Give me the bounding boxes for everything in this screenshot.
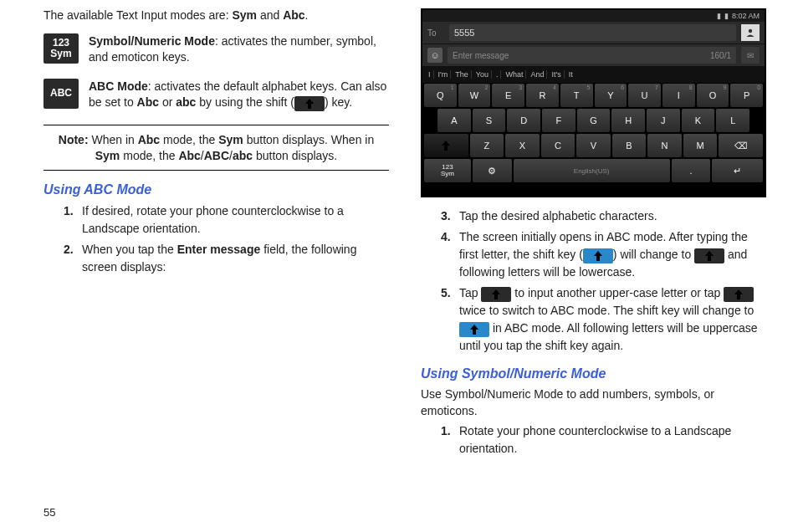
key-sym[interactable]: 123Sym: [424, 159, 471, 182]
key-m[interactable]: M: [683, 134, 718, 157]
message-field[interactable]: Enter message 160/1: [448, 47, 736, 64]
key-z[interactable]: Z: [470, 134, 504, 157]
key-i[interactable]: I8: [662, 84, 695, 107]
key-enter[interactable]: ↵: [712, 159, 763, 182]
key-d[interactable]: D: [507, 109, 540, 132]
key-c[interactable]: C: [541, 134, 575, 157]
predict-word[interactable]: .: [494, 70, 502, 79]
shift-key-icon: [724, 287, 754, 302]
list-item: 4. The screen initially opens in ABC mod…: [441, 228, 766, 281]
phone-screenshot: ▮ ▮ 8:02 AM To 5555 ☺ Enter message 160/…: [421, 8, 766, 197]
battery-icon: ▮: [724, 12, 729, 20]
key-o[interactable]: O9: [697, 84, 729, 107]
list-item: 5. Tap to input another upper-case lette…: [441, 284, 766, 355]
sym-steps: 1. Rotate your phone counterclockwise to…: [441, 422, 766, 458]
abc-mode-desc: ABC Mode: activates the default alphabet…: [89, 79, 389, 111]
key-l[interactable]: L: [716, 109, 749, 132]
key-settings[interactable]: ⚙: [473, 159, 512, 182]
shift-key-icon: [294, 96, 325, 111]
to-field[interactable]: 5555: [449, 24, 736, 41]
key-space[interactable]: English(US): [514, 159, 670, 182]
key-h[interactable]: H: [611, 109, 645, 132]
key-a[interactable]: A: [437, 109, 471, 132]
key-f[interactable]: F: [542, 109, 575, 132]
key-y[interactable]: Y6: [595, 84, 627, 107]
predict-word[interactable]: It's: [549, 70, 564, 79]
contact-icon[interactable]: [741, 24, 760, 41]
to-label: To: [427, 28, 444, 38]
keyboard-row-1: Q1 W2 E3 R4 T5 Y6 U7 I8 O9 P0: [422, 83, 765, 108]
key-e[interactable]: E3: [492, 84, 524, 107]
abc-steps: 1. If desired, rotate your phone counter…: [64, 202, 389, 276]
key-shift[interactable]: [424, 134, 468, 157]
key-p[interactable]: P0: [730, 84, 763, 107]
divider: [43, 125, 389, 125]
key-r[interactable]: R4: [526, 84, 559, 107]
list-item: 1. If desired, rotate your phone counter…: [64, 202, 389, 238]
sym-intro: Use Symbol/Numeric Mode to add numbers, …: [421, 386, 766, 419]
shift-key-icon: [694, 248, 724, 263]
list-item: 2. When you tap the Enter message field,…: [64, 241, 389, 276]
phone-status-bar: ▮ ▮ 8:02 AM: [422, 10, 765, 22]
keyboard-row-4: 123Sym ⚙ English(US) . ↵: [422, 158, 765, 183]
key-period[interactable]: .: [672, 159, 711, 182]
note-text: Note: When in Abc mode, the Sym button d…: [43, 132, 389, 164]
list-item: 1. Rotate your phone counterclockwise to…: [441, 422, 766, 458]
key-u[interactable]: U7: [628, 84, 661, 107]
sym-section-heading: Using Symbol/Numeric Mode: [421, 366, 766, 381]
divider: [43, 170, 389, 171]
signal-icon: ▮: [717, 12, 721, 20]
key-w[interactable]: W2: [458, 84, 491, 107]
sym-mode-desc: Symbol/Numeric Mode: activates the numbe…: [89, 33, 389, 65]
page-number: 55: [43, 506, 55, 519]
predict-word[interactable]: The: [453, 70, 472, 79]
predict-word[interactable]: What: [503, 70, 526, 79]
phone-message-row: ☺ Enter message 160/1 ✉: [422, 44, 765, 66]
shift-key-blue-icon: [459, 322, 489, 337]
list-item: 3. Tap the desired alphabetic characters…: [441, 207, 766, 225]
clock-text: 8:02 AM: [732, 12, 760, 20]
left-column: The available Text Input modes are: Sym …: [43, 8, 389, 524]
key-k[interactable]: K: [682, 109, 715, 132]
send-icon[interactable]: ✉: [741, 47, 760, 64]
intro-text: The available Text Input modes are: Sym …: [43, 8, 389, 22]
keyboard-row-3: Z X C V B N M ⌫: [422, 133, 765, 158]
abc-key-icon: ABC: [43, 79, 79, 109]
emoticon-icon[interactable]: ☺: [427, 48, 442, 63]
predict-word[interactable]: I'm: [436, 70, 452, 79]
mode-abc-row: ABC ABC Mode: activates the default alph…: [43, 79, 389, 111]
key-x[interactable]: X: [505, 134, 540, 157]
key-s[interactable]: S: [473, 109, 506, 132]
predict-word[interactable]: I: [426, 70, 434, 79]
shift-key-icon: [481, 287, 511, 302]
mode-sym-row: 123 Sym Symbol/Numeric Mode: activates t…: [43, 33, 389, 65]
sym-key-icon: 123 Sym: [43, 33, 79, 64]
key-v[interactable]: V: [576, 134, 611, 157]
predictive-row: I I'm The You . What And It's It: [422, 66, 765, 83]
key-n[interactable]: N: [647, 134, 682, 157]
key-b[interactable]: B: [612, 134, 647, 157]
key-j[interactable]: J: [647, 109, 680, 132]
key-q[interactable]: Q1: [424, 84, 457, 107]
keyboard-row-2: A S D F G H J K L: [422, 108, 765, 133]
key-g[interactable]: G: [577, 109, 611, 132]
shift-key-blue-icon: [583, 248, 613, 263]
abc-section-heading: Using ABC Mode: [43, 182, 389, 197]
predict-word[interactable]: And: [528, 70, 547, 79]
key-t[interactable]: T5: [560, 84, 593, 107]
predict-word[interactable]: You: [473, 70, 492, 79]
phone-to-row: To 5555: [422, 22, 765, 44]
predict-word[interactable]: It: [566, 70, 575, 79]
key-backspace[interactable]: ⌫: [719, 134, 763, 157]
char-count: 160/1: [710, 51, 731, 60]
right-column: ▮ ▮ 8:02 AM To 5555 ☺ Enter message 160/…: [421, 8, 766, 524]
svg-point-0: [749, 29, 752, 33]
abc-steps-cont: 3. Tap the desired alphabetic characters…: [441, 207, 766, 355]
